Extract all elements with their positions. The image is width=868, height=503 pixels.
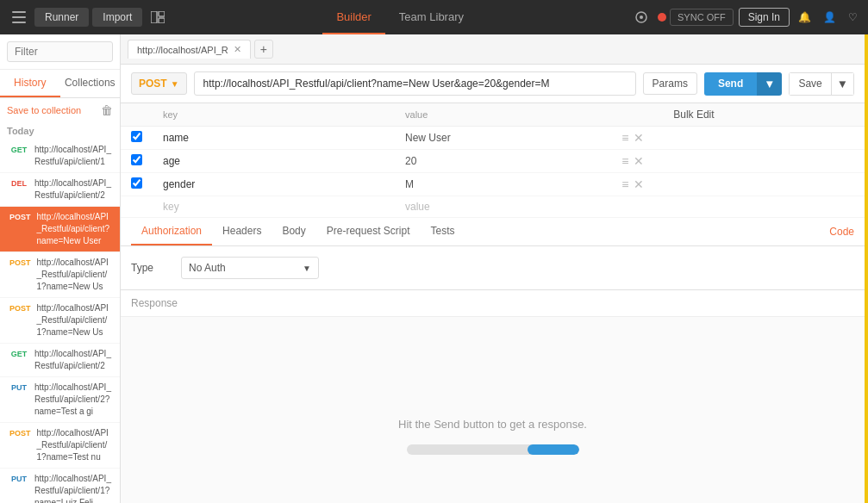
item-url: http://localhost/API_Restful/api/client/… (37, 257, 113, 293)
list-item[interactable]: PUT http://localhost/API_Restful/api/cli… (0, 469, 120, 503)
search-input[interactable] (7, 41, 113, 62)
tab-tests[interactable]: Tests (420, 218, 465, 245)
table-row-placeholder: key value (121, 196, 865, 218)
code-link[interactable]: Code (829, 226, 854, 238)
url-tab[interactable]: http://localhost/API_R ✕ (128, 40, 251, 59)
save-button-group: Save ▼ (789, 72, 854, 96)
svg-point-7 (640, 16, 643, 19)
sync-button[interactable]: SYNC OFF (670, 9, 734, 26)
list-item[interactable]: POST http://localhost/API_Restful/api/cl… (0, 298, 120, 344)
method-badge: GET (7, 145, 31, 155)
item-url: http://localhost/API_Restful/api/client/… (34, 382, 113, 418)
response-placeholder-bar (407, 444, 579, 455)
item-url: http://localhost/API_Restful/api/client/… (34, 144, 113, 168)
builder-tab[interactable]: Builder (322, 0, 384, 34)
param-key-placeholder: key (153, 196, 326, 218)
trash-icon[interactable]: 🗑 (101, 103, 113, 117)
sidebar-toggle-button[interactable] (7, 8, 31, 27)
response-header: Response (121, 290, 865, 317)
auth-type-select[interactable]: No Auth ▼ (181, 257, 319, 279)
svg-rect-4 (159, 11, 165, 16)
save-button[interactable]: Save (789, 72, 831, 96)
content-area: http://localhost/API_R ✕ + POST ▼ Params… (121, 34, 865, 503)
heart-icon[interactable]: ♡ (845, 8, 861, 27)
list-item[interactable]: DEL http://localhost/API_Restful/api/cli… (0, 173, 120, 207)
method-badge: POST (7, 303, 34, 314)
param-key: gender (153, 173, 326, 196)
auth-section: Type No Auth ▼ (121, 246, 865, 289)
delete-row-button[interactable]: ✕ (634, 177, 644, 191)
delete-row-button[interactable]: ✕ (634, 131, 644, 145)
auth-select-value: No Auth (189, 262, 226, 274)
import-button[interactable]: Import (92, 8, 142, 27)
right-accent (865, 34, 868, 503)
user-icon[interactable]: 👤 (820, 8, 840, 27)
team-library-tab[interactable]: Team Library (385, 0, 478, 34)
tab-authorization[interactable]: Authorization (131, 218, 212, 245)
param-key: name (153, 127, 326, 150)
value-column-header: value (395, 103, 611, 127)
url-tab-label: http://localhost/API_R (137, 45, 228, 55)
add-tab-button[interactable]: + (254, 40, 273, 59)
param-value: 20 (395, 150, 611, 173)
list-item[interactable]: GET http://localhost/API_Restful/api/cli… (0, 140, 120, 173)
sidebar-section-today: Today (0, 122, 120, 140)
method-badge: POST (7, 428, 34, 438)
sign-in-button[interactable]: Sign In (739, 8, 790, 27)
chevron-down-icon: ▼ (764, 78, 775, 90)
send-dropdown-button[interactable]: ▼ (757, 72, 782, 96)
reorder-icon[interactable]: ≡ (621, 154, 628, 168)
request-bar: POST ▼ Params Send ▼ Save ▼ (121, 65, 865, 103)
auth-type-row: Type No Auth ▼ (131, 257, 854, 279)
svg-rect-1 (12, 16, 26, 18)
item-url: http://localhost/API_Restful/api/client/… (34, 177, 113, 202)
runner-button[interactable]: Runner (34, 8, 89, 27)
list-item[interactable]: POST http://localhost/API_Restful/api/cl… (0, 252, 120, 298)
delete-row-button[interactable]: ✕ (634, 154, 644, 168)
list-item-active[interactable]: POST http://localhost/API_Restful/api/cl… (0, 207, 120, 252)
tab-headers[interactable]: Headers (212, 218, 272, 245)
method-select[interactable]: POST ▼ (131, 72, 187, 95)
bell-icon[interactable]: 🔔 (795, 8, 815, 27)
response-section: Response Hit the Send button to get a re… (121, 289, 865, 503)
send-button-group: Send ▼ (704, 72, 783, 96)
method-badge: PUT (7, 382, 31, 393)
method-badge: DEL (7, 178, 31, 189)
param-value-placeholder: value (395, 196, 611, 218)
params-button[interactable]: Params (643, 72, 697, 95)
save-dropdown-button[interactable]: ▼ (832, 72, 854, 96)
tab-history[interactable]: History (0, 70, 60, 97)
method-badge: GET (7, 349, 31, 359)
url-input[interactable] (194, 71, 636, 96)
method-badge: PUT (7, 474, 31, 484)
list-item[interactable]: POST http://localhost/API_Restful/api/cl… (0, 423, 120, 469)
row-checkbox[interactable] (131, 131, 142, 142)
settings-icon[interactable] (630, 8, 653, 27)
send-button[interactable]: Send (704, 72, 757, 96)
url-tab-bar: http://localhost/API_R ✕ + (121, 34, 865, 65)
reorder-icon[interactable]: ≡ (621, 131, 628, 145)
main-layout: History Collections Save to collection 🗑… (0, 34, 868, 503)
svg-rect-3 (151, 11, 157, 23)
chevron-down-icon: ▼ (837, 78, 848, 90)
reorder-icon[interactable]: ≡ (621, 177, 628, 191)
response-body: Hit the Send button to get a response. (121, 369, 865, 503)
item-url: http://localhost/API_Restful/api/client/… (37, 302, 113, 338)
list-item[interactable]: PUT http://localhost/API_Restful/api/cli… (0, 377, 120, 423)
sync-label: SYNC OFF (678, 12, 726, 22)
row-checkbox[interactable] (131, 177, 142, 189)
params-table: key value Bulk Edit name New Use (121, 103, 865, 218)
tab-collections[interactable]: Collections (60, 70, 121, 97)
method-badge: POST (7, 258, 34, 268)
item-url: http://localhost/API_Restful/api/client/… (34, 473, 113, 503)
bulk-edit-button[interactable]: Bulk Edit (673, 109, 714, 121)
row-checkbox[interactable] (131, 154, 142, 165)
close-tab-icon[interactable]: ✕ (234, 44, 241, 55)
tab-pre-request-script[interactable]: Pre-request Script (316, 218, 421, 245)
tab-body[interactable]: Body (272, 218, 315, 245)
save-to-collection-button[interactable]: Save to collection (7, 105, 81, 115)
list-item[interactable]: GET http://localhost/API_Restful/api/cli… (0, 344, 120, 377)
svg-rect-5 (159, 18, 165, 23)
layout-icon[interactable] (146, 8, 170, 27)
key-column-header: key (153, 103, 326, 127)
